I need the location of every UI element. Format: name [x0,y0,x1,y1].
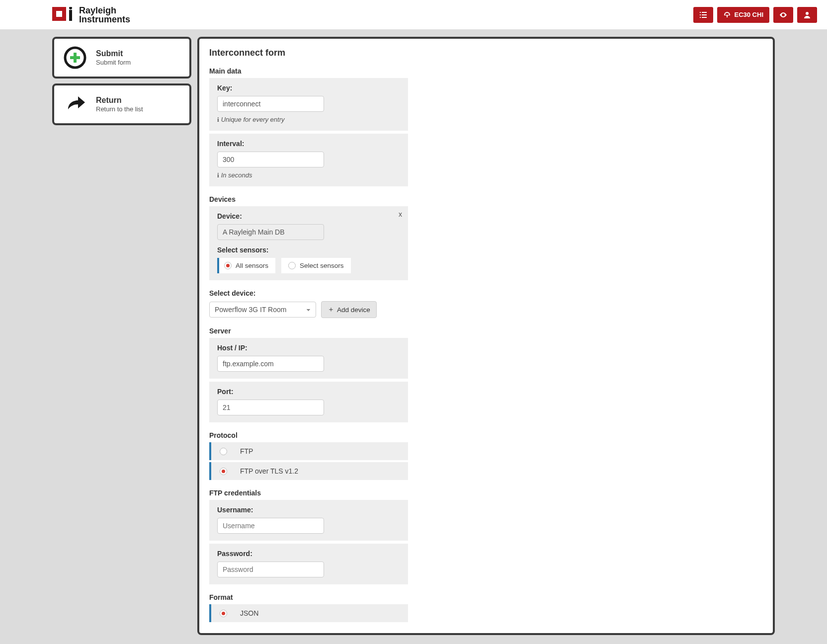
return-title: Return [96,96,143,105]
select-device-panel: Select device: Powerflow 3G IT Room ＋Add… [209,283,408,318]
brand-name: Rayleigh Instruments [79,6,130,24]
radio-icon [220,468,227,475]
section-format: Format [209,593,763,601]
section-server: Server [209,327,763,335]
section-main-data: Main data [209,67,763,75]
submit-title: Submit [96,49,131,58]
protocol-ftptls-option[interactable]: FTP over TLS v1.2 [209,462,408,480]
svg-rect-7 [702,12,707,13]
sidebar: Submit Submit form Return Return to the … [52,37,191,125]
password-input[interactable] [217,562,324,577]
interval-panel: Interval: iIn seconds [209,134,408,186]
eye-icon [779,11,787,19]
dashboard-icon [723,11,731,19]
radio-icon [220,610,227,617]
key-hint: iUnique for every entry [217,116,400,124]
logo-mark-icon [52,7,75,23]
topbar: Rayleigh Instruments EC30 CHI [0,0,827,30]
device-selector-button[interactable]: EC30 CHI [717,7,769,23]
select-device-dropdown[interactable]: Powerflow 3G IT Room [209,302,316,318]
sensors-all-option[interactable]: All sensors [217,258,275,273]
device-input [217,224,324,240]
select-device-label: Select device: [209,289,408,297]
svg-rect-2 [52,17,66,21]
format-radio-group: JSON [209,604,408,622]
key-label: Key: [217,84,400,92]
brand-logo[interactable]: Rayleigh Instruments [52,6,130,24]
key-panel: Key: iUnique for every entry [209,78,408,131]
sensors-select-option[interactable]: Select sensors [281,258,351,273]
menu-button[interactable] [693,7,713,23]
topbar-actions: EC30 CHI [693,7,817,23]
svg-rect-16 [70,56,80,59]
password-label: Password: [217,550,400,558]
host-input[interactable] [217,356,324,372]
radio-icon [288,262,296,269]
plus-icon: ＋ [328,305,334,314]
submit-subtitle: Submit form [96,59,131,66]
svg-rect-11 [702,17,707,18]
port-panel: Port: [209,382,408,422]
section-ftp-credentials: FTP credentials [209,489,763,497]
radio-icon [220,448,227,455]
port-label: Port: [217,388,400,396]
username-panel: Username: [209,500,408,541]
svg-rect-12 [727,15,728,17]
device-label: Device: [217,212,400,220]
return-icon [63,92,87,116]
host-panel: Host / IP: [209,338,408,379]
svg-rect-6 [700,12,701,13]
return-card[interactable]: Return Return to the list [52,83,191,125]
info-icon: i [217,171,219,179]
main-form: Interconnect form Main data Key: iUnique… [197,37,775,635]
submit-icon [63,46,87,70]
format-json-option[interactable]: JSON [209,604,408,622]
svg-rect-9 [702,14,707,15]
add-device-button[interactable]: ＋Add device [321,301,377,318]
page-title: Interconnect form [209,48,763,58]
svg-rect-8 [700,14,701,15]
sensors-radio-group: All sensors Select sensors [217,258,400,273]
svg-point-5 [69,7,72,9]
section-devices: Devices [209,195,763,203]
remove-device-button[interactable]: x [399,210,402,218]
user-icon [803,11,811,19]
username-input[interactable] [217,518,324,534]
username-label: Username: [217,506,400,514]
port-input[interactable] [217,400,324,415]
svg-rect-10 [700,17,701,18]
interval-hint: iIn seconds [217,171,400,179]
list-icon [699,11,707,19]
host-label: Host / IP: [217,344,400,352]
radio-icon [224,262,232,269]
protocol-ftp-option[interactable]: FTP [209,442,408,460]
svg-rect-3 [62,11,66,17]
interval-label: Interval: [217,140,400,148]
svg-point-13 [806,12,809,15]
section-protocol: Protocol [209,431,763,439]
device-panel: x Device: Select sensors: All sensors Se… [209,206,408,280]
interval-input[interactable] [217,152,324,167]
password-panel: Password: [209,544,408,584]
return-subtitle: Return to the list [96,105,143,113]
info-icon: i [217,116,219,123]
view-button[interactable] [773,7,793,23]
user-button[interactable] [797,7,817,23]
key-input[interactable] [217,96,324,112]
svg-rect-4 [69,10,72,21]
sensors-label: Select sensors: [217,246,400,254]
protocol-radio-group: FTP FTP over TLS v1.2 [209,442,408,480]
submit-card[interactable]: Submit Submit form [52,37,191,79]
